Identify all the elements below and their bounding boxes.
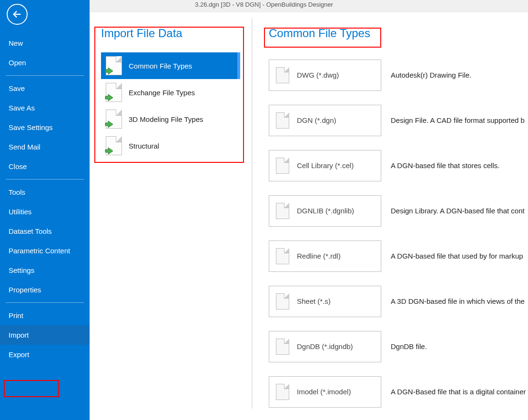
nav-item-label: Print [9,311,23,320]
category-item-structural[interactable]: Structural [101,132,240,159]
file-import-icon [106,110,122,129]
nav-item-dataset-tools[interactable]: Dataset Tools [0,221,90,241]
document-icon [276,384,289,400]
nav-item-tools[interactable]: Tools [0,182,90,202]
nav-item-open[interactable]: Open [0,53,90,72]
file-row: Redline (*.rdl)A DGN-based file that use… [269,233,528,279]
nav-item-label: Parametric Content [9,247,70,255]
file-type-label: Imodel (*.imodel) [297,388,351,396]
green-arrow-icon [104,146,114,156]
nav-item-properties[interactable]: Properties [0,280,90,300]
svg-marker-3 [105,121,113,128]
file-row: Cell Library (*.cel)A DGN-based file tha… [269,143,528,188]
file-type-description: Design File. A CAD file format supported… [391,116,525,124]
file-type-description: Autodesk(r) Drawing File. [391,71,471,79]
category-label: Structural [129,142,159,150]
nav-item-save-as[interactable]: Save As [0,98,90,118]
file-type-description: A DGN-Based file that is a digital conta… [391,388,526,396]
nav-item-label: Send Mail [9,143,41,151]
nav-item-label: Save [9,84,25,92]
file-row: DGNLIB (*.dgnlib)Design Library. A DGN-b… [269,188,528,233]
nav-separator [6,75,84,76]
category-label: 3D Modeling File Types [129,115,203,123]
file-row: DWG (*.dwg)Autodesk(r) Drawing File. [269,52,528,98]
nav-list: NewOpenSaveSave AsSave SettingsSend Mail… [0,33,90,364]
nav-item-label: Export [9,350,29,359]
nav-item-print[interactable]: Print [0,306,90,325]
file-type-description: DgnDB file. [391,342,427,350]
file-type-button-dgndb[interactable]: DgnDB (*.idgndb) [269,331,381,362]
nav-item-label: Close [9,162,27,170]
document-icon [276,112,289,129]
file-type-description: A DGN-based file that stores cells. [391,161,499,170]
nav-item-utilities[interactable]: Utilities [0,202,90,221]
green-arrow-icon [104,66,114,76]
file-type-label: Redline (*.rdl) [297,252,341,260]
file-type-label: DGNLIB (*.dgnlib) [297,207,354,215]
import-categories-pane: Import File Data Common File TypesExchan… [90,12,252,420]
nav-item-label: Dataset Tools [9,227,52,235]
document-icon [276,339,289,355]
file-types-pane: Common File Types DWG (*.dwg)Autodesk(r)… [257,12,528,420]
nav-item-parametric-content[interactable]: Parametric Content [0,241,90,260]
nav-item-save-settings[interactable]: Save Settings [0,118,90,137]
file-row: Imodel (*.imodel)A DGN-Based file that i… [269,369,528,414]
file-import-icon [106,136,122,155]
file-type-button-dwg[interactable]: DWG (*.dwg) [269,60,381,91]
svg-marker-1 [105,68,113,74]
nav-item-close[interactable]: Close [0,157,90,176]
category-list: Common File TypesExchange File Types3D M… [101,52,240,159]
nav-item-export[interactable]: Export [0,345,90,364]
file-type-label: DGN (*.dgn) [297,116,336,124]
nav-separator [6,302,84,303]
back-button[interactable] [7,4,28,25]
document-icon [276,203,289,219]
nav-item-label: Settings [9,266,34,274]
import-file-data-title: Import File Data [101,27,240,40]
category-item-exchange-file-types[interactable]: Exchange File Types [101,79,240,106]
nav-item-label: Save As [9,104,35,112]
file-import-icon [106,83,122,102]
backstage-sidebar: NewOpenSaveSave AsSave SettingsSend Mail… [0,0,90,420]
nav-item-settings[interactable]: Settings [0,260,90,280]
nav-item-label: Properties [9,286,41,294]
file-type-button-sheet[interactable]: Sheet (*.s) [269,286,381,317]
category-item-3d-modeling-file-types[interactable]: 3D Modeling File Types [101,106,240,132]
nav-separator [6,179,84,180]
file-type-button-redline[interactable]: Redline (*.rdl) [269,240,381,272]
green-arrow-icon [104,93,114,102]
svg-marker-4 [105,148,113,154]
file-type-label: Sheet (*.s) [297,297,331,305]
file-row: DgnDB (*.idgndb)DgnDB file. [269,324,528,369]
category-item-common-file-types[interactable]: Common File Types [101,52,240,79]
file-type-button-cell[interactable]: Cell Library (*.cel) [269,150,381,181]
file-type-button-dgnlib[interactable]: DGNLIB (*.dgnlib) [269,195,381,227]
document-icon [276,67,289,83]
document-icon [276,293,289,310]
vertical-divider [252,18,253,409]
file-type-label: Cell Library (*.cel) [297,161,354,170]
file-type-button-dgn[interactable]: DGN (*.dgn) [269,105,381,136]
nav-item-label: Import [9,331,29,339]
nav-item-new[interactable]: New [0,33,90,53]
green-arrow-icon [104,120,114,129]
file-row: DGN (*.dgn)Design File. A CAD file forma… [269,98,528,143]
file-row: Sheet (*.s)A 3D DGN-based file in which … [269,279,528,324]
category-label: Exchange File Types [129,89,195,97]
nav-item-label: New [9,39,23,47]
file-type-description: A DGN-based file that used by for markup [391,252,523,260]
file-import-icon [106,56,122,75]
common-file-types-title: Common File Types [269,27,528,40]
file-list: DWG (*.dwg)Autodesk(r) Drawing File.DGN … [269,52,528,414]
arrow-left-icon [12,9,22,20]
file-type-label: DWG (*.dwg) [297,71,339,79]
file-type-button-imodel[interactable]: Imodel (*.imodel) [269,376,381,408]
nav-item-label: Utilities [9,208,31,216]
nav-item-save[interactable]: Save [0,79,90,98]
file-type-description: Design Library. A DGN-based file that co… [391,207,525,215]
file-type-description: A 3D DGN-based file in which views of th… [391,297,525,305]
nav-item-send-mail[interactable]: Send Mail [0,137,90,157]
svg-marker-2 [105,94,113,101]
nav-item-import[interactable]: Import [0,325,90,345]
file-type-label: DgnDB (*.idgndb) [297,342,353,350]
